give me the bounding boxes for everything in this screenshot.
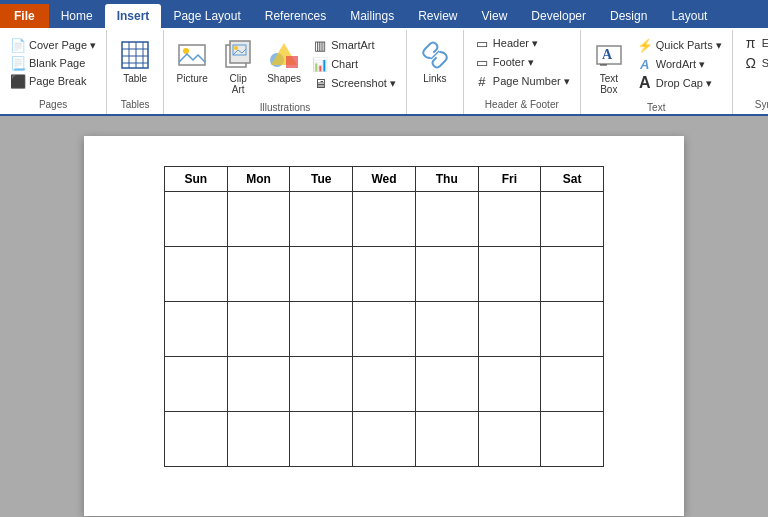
equation-button[interactable]: π Equation (739, 34, 768, 52)
drop-cap-button[interactable]: A Drop Cap ▾ (633, 74, 726, 92)
pages-group-label: Pages (35, 97, 71, 112)
calendar-cell (165, 412, 228, 467)
shapes-label: Shapes (267, 73, 301, 84)
symbol-icon: Ω (743, 55, 759, 71)
calendar-cell (290, 192, 353, 247)
calendar-header-tue: Tue (290, 167, 353, 192)
header-label: Header ▾ (493, 37, 538, 50)
smartart-label: SmartArt (331, 39, 374, 51)
symbol-label: Symbol (762, 57, 768, 69)
tab-mailings[interactable]: Mailings (338, 4, 406, 28)
calendar-table: Sun Mon Tue Wed Thu Fri Sat (164, 166, 604, 467)
calendar-header-mon: Mon (227, 167, 290, 192)
screenshot-label: Screenshot ▾ (331, 77, 396, 90)
calendar-cell (541, 412, 604, 467)
calendar-cell (478, 302, 541, 357)
links-group-label (431, 108, 439, 112)
calendar-cell (415, 247, 478, 302)
quick-parts-label: Quick Parts ▾ (656, 39, 722, 52)
calendar-cell (165, 357, 228, 412)
calendar-cell (353, 357, 416, 412)
tab-layout[interactable]: Layout (659, 4, 719, 28)
ribbon-group-text: A TextBox ⚡ Quick Parts ▾ A WordArt ▾ A (581, 30, 733, 114)
table-button[interactable]: Table (113, 34, 157, 87)
tab-review[interactable]: Review (406, 4, 469, 28)
shapes-button[interactable]: Shapes (262, 34, 306, 87)
svg-point-12 (234, 46, 238, 50)
equation-label: Equation (762, 37, 768, 49)
blank-page-button[interactable]: 📃 Blank Page (6, 54, 100, 72)
tab-file[interactable]: File (0, 4, 49, 28)
document-area: Sun Mon Tue Wed Thu Fri Sat (0, 116, 768, 517)
page-break-button[interactable]: ⬛ Page Break (6, 72, 100, 90)
ribbon-group-header-footer: ▭ Header ▾ ▭ Footer ▾ # Page Number ▾ He… (464, 30, 581, 114)
tab-home[interactable]: Home (49, 4, 105, 28)
calendar-cell (165, 247, 228, 302)
tab-references[interactable]: References (253, 4, 338, 28)
calendar-header-sat: Sat (541, 167, 604, 192)
quick-parts-button[interactable]: ⚡ Quick Parts ▾ (633, 36, 726, 54)
footer-label: Footer ▾ (493, 56, 534, 69)
symbols-group-label: Symbols (751, 97, 768, 112)
header-button[interactable]: ▭ Header ▾ (470, 34, 574, 52)
header-footer-group-label: Header & Footer (481, 97, 563, 112)
table-label: Table (123, 73, 147, 84)
drop-cap-label: Drop Cap ▾ (656, 77, 712, 90)
picture-label: Picture (177, 73, 208, 84)
calendar-header-wed: Wed (353, 167, 416, 192)
calendar-cell (227, 412, 290, 467)
ribbon-group-links: Links (407, 30, 464, 114)
footer-button[interactable]: ▭ Footer ▾ (470, 53, 574, 71)
svg-rect-0 (122, 42, 148, 68)
symbol-button[interactable]: Ω Symbol (739, 54, 768, 72)
page-number-icon: # (474, 73, 490, 89)
calendar-cell (541, 247, 604, 302)
tab-view[interactable]: View (470, 4, 520, 28)
ribbon: 📄 Cover Page ▾ 📃 Blank Page ⬛ Page Break… (0, 28, 768, 116)
calendar-cell (353, 302, 416, 357)
calendar-cell (227, 192, 290, 247)
calendar-cell (478, 357, 541, 412)
page-number-label: Page Number ▾ (493, 75, 570, 88)
wordart-label: WordArt ▾ (656, 58, 705, 71)
text-box-button[interactable]: A TextBox (587, 34, 631, 98)
calendar-cell (415, 412, 478, 467)
calendar-cell (290, 412, 353, 467)
calendar-cell (165, 302, 228, 357)
clip-art-button[interactable]: ClipArt (216, 34, 260, 98)
smartart-button[interactable]: ▥ SmartArt (308, 36, 400, 54)
drop-cap-icon: A (637, 75, 653, 91)
calendar-cell (227, 302, 290, 357)
tab-design[interactable]: Design (598, 4, 659, 28)
chart-button[interactable]: 📊 Chart (308, 55, 400, 73)
page-break-label: Page Break (29, 75, 86, 87)
wordart-button[interactable]: A WordArt ▾ (633, 55, 726, 73)
document-page: Sun Mon Tue Wed Thu Fri Sat (84, 136, 684, 516)
calendar-cell (478, 192, 541, 247)
clip-art-label: ClipArt (230, 73, 247, 95)
footer-icon: ▭ (474, 54, 490, 70)
picture-button[interactable]: Picture (170, 34, 214, 87)
calendar-cell (290, 302, 353, 357)
calendar-cell (353, 412, 416, 467)
cover-page-button[interactable]: 📄 Cover Page ▾ (6, 36, 100, 54)
tab-insert[interactable]: Insert (105, 4, 162, 28)
illustrations-group-label: Illustrations (256, 100, 315, 115)
calendar-header-thu: Thu (415, 167, 478, 192)
svg-rect-7 (179, 45, 205, 65)
page-number-button[interactable]: # Page Number ▾ (470, 72, 574, 90)
ribbon-group-illustrations: Picture ClipArt (164, 30, 407, 114)
ribbon-group-tables: Table Tables (107, 30, 164, 114)
tab-developer[interactable]: Developer (519, 4, 598, 28)
calendar-cell (415, 192, 478, 247)
calendar-cell (415, 302, 478, 357)
chart-icon: 📊 (312, 56, 328, 72)
tab-page-layout[interactable]: Page Layout (161, 4, 252, 28)
links-button[interactable]: Links (413, 34, 457, 87)
chart-label: Chart (331, 58, 358, 70)
calendar-cell (227, 247, 290, 302)
smartart-icon: ▥ (312, 37, 328, 53)
links-label: Links (423, 73, 446, 84)
calendar-cell (541, 357, 604, 412)
screenshot-button[interactable]: 🖥 Screenshot ▾ (308, 74, 400, 92)
